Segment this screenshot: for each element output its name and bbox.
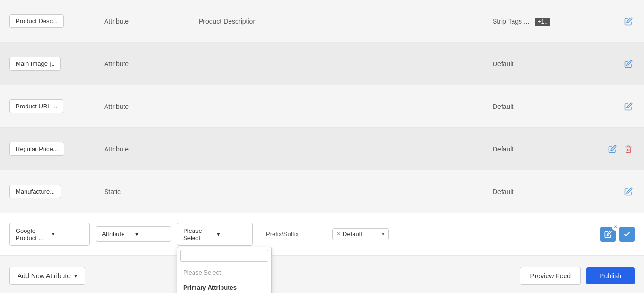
field-tag-product-desc: Product Desc... — [9, 14, 64, 28]
google-product-value-dropdown[interactable]: Please Select ▾ — [177, 223, 253, 246]
row-main-image: Main Image [.. Attribute Default — [0, 43, 644, 85]
row-regular-price: Regular Price... Attribute Default — [0, 128, 644, 170]
editable-row-google-product: Google Product ... ▾ Attribute ▾ Please … — [0, 213, 644, 256]
google-product-type-wrapper: Attribute ▾ — [96, 226, 171, 242]
attribute-dropdown-panel: Please Select Primary Attributes Product… — [177, 247, 272, 293]
edit-button-main-image[interactable] — [622, 58, 635, 70]
field-tag-regular-price: Regular Price... — [9, 142, 64, 156]
row-product-url: Product URL ... Attribute Default — [0, 85, 644, 128]
col-extra-manufacturer: Default — [493, 188, 587, 195]
col-type-regular-price: Attribute — [104, 145, 199, 153]
footer-right: Preview Feed Publish — [520, 267, 635, 285]
col-extra-product-url: Default — [493, 103, 587, 110]
col-name-product-desc: Product Desc... — [9, 14, 104, 28]
col-type-product-url: Attribute — [104, 103, 199, 110]
main-container: Product Desc... Attribute Product Descri… — [0, 0, 644, 293]
preview-feed-label: Preview Feed — [530, 272, 571, 280]
row-manufacturer: Manufacture... Static Default — [0, 170, 644, 213]
col-type-manufacturer: Static — [104, 188, 199, 195]
dropdown-group-primary: Primary Attributes — [177, 280, 271, 293]
edit-confirm-wrapper: ✕ — [600, 227, 616, 242]
col-type-product-desc: Attribute — [104, 18, 199, 25]
default-tag-container: ✕ Default ▾ — [332, 228, 389, 240]
default-tag: ✕ Default — [336, 231, 362, 238]
google-product-name-label: Google Product ... — [16, 227, 48, 241]
col-actions-main-image — [587, 58, 635, 70]
dropdown-placeholder-option[interactable]: Please Select — [177, 265, 271, 280]
add-new-attribute-label: Add New Attribute — [18, 272, 71, 280]
extra-badge-product-desc: +1.. — [535, 18, 550, 26]
col-actions-product-url — [587, 100, 635, 113]
editable-row-confirm-button[interactable] — [619, 227, 635, 242]
publish-label: Publish — [600, 272, 621, 280]
google-product-name-chevron: ▾ — [52, 231, 84, 238]
col-actions-manufacturer — [587, 186, 635, 198]
rows-container: Product Desc... Attribute Product Descri… — [0, 0, 644, 256]
edit-button-product-url[interactable] — [622, 100, 635, 113]
col-actions-regular-price — [587, 143, 635, 155]
col-name-manufacturer: Manufacture... — [9, 185, 104, 198]
col-extra-regular-price: Default — [493, 145, 587, 153]
default-tag-chevron[interactable]: ▾ — [382, 231, 385, 237]
edit-button-product-desc[interactable] — [622, 15, 635, 27]
default-tag-label: Default — [343, 231, 362, 238]
col-name-main-image: Main Image [.. — [9, 57, 104, 71]
preview-feed-button[interactable]: Preview Feed — [520, 267, 581, 285]
col-name-regular-price: Regular Price... — [9, 142, 104, 156]
edit-button-manufacturer[interactable] — [622, 186, 635, 198]
cancel-badge: ✕ — [612, 224, 618, 231]
default-tag-remove[interactable]: ✕ — [336, 231, 341, 237]
delete-button-regular-price[interactable] — [622, 143, 635, 155]
dropdown-search-area — [177, 247, 271, 265]
footer: Add New Attribute ▾ Preview Feed Publish — [0, 259, 644, 293]
col-actions-product-desc — [587, 15, 635, 27]
field-tag-main-image: Main Image [.. — [9, 57, 61, 71]
google-product-value-wrapper: Please Select ▾ Please Select Primary At… — [177, 223, 253, 246]
editable-row-actions: ✕ — [600, 227, 635, 242]
editable-row-edit-button[interactable]: ✕ — [600, 227, 616, 242]
col-type-main-image: Attribute — [104, 60, 199, 68]
field-tag-manufacturer: Manufacture... — [9, 185, 61, 198]
google-product-value-chevron: ▾ — [217, 231, 247, 238]
add-new-attribute-button[interactable]: Add New Attribute ▾ — [9, 267, 85, 285]
google-product-type-chevron: ▾ — [135, 231, 165, 238]
row-product-desc: Product Desc... Attribute Product Descri… — [0, 0, 644, 43]
edit-button-regular-price[interactable] — [606, 143, 618, 155]
google-product-type-dropdown[interactable]: Attribute ▾ — [96, 226, 171, 242]
google-product-type-label: Attribute — [102, 231, 132, 238]
dropdown-search-input[interactable] — [180, 250, 268, 262]
google-product-value-label: Please Select — [183, 227, 213, 241]
dropdown-list: Please Select Primary Attributes Product… — [177, 265, 271, 293]
add-new-chevron-icon: ▾ — [74, 273, 77, 279]
google-product-name-dropdown[interactable]: Google Product ... ▾ — [9, 223, 90, 246]
prefix-suffix-label: Prefix/Suffix — [266, 231, 323, 238]
col-extra-product-desc: Strip Tags ... +1.. — [493, 18, 587, 25]
field-tag-product-url: Product URL ... — [9, 99, 63, 113]
publish-button[interactable]: Publish — [586, 267, 635, 284]
col-extra-main-image: Default — [493, 60, 587, 68]
col-value-product-desc: Product Description — [199, 18, 493, 25]
col-name-product-url: Product URL ... — [9, 99, 104, 113]
